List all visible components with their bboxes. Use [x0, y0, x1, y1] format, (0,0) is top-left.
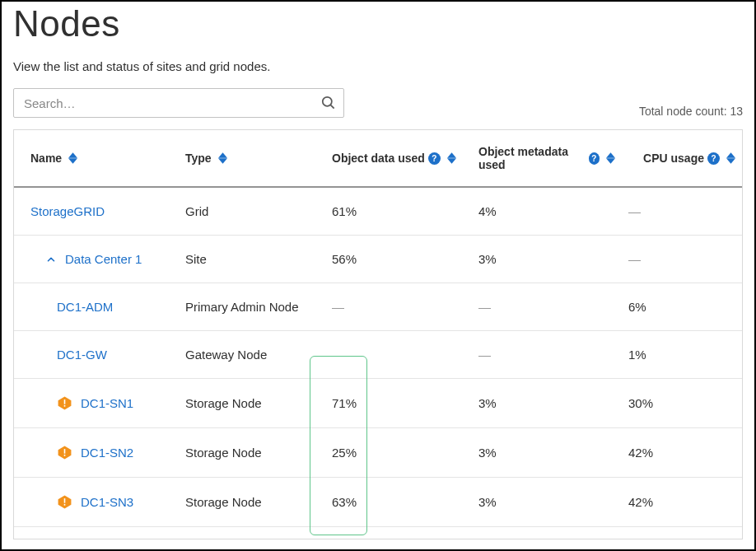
- sort-icon[interactable]: [218, 152, 227, 164]
- table-row: Data Center 1Site56%3%—: [14, 236, 742, 283]
- col-header-name-label: Name: [30, 152, 62, 165]
- cpu-usage-cell: 30%: [622, 379, 742, 428]
- sort-icon[interactable]: [606, 152, 615, 164]
- object-data-cell: —: [325, 331, 472, 379]
- col-header-object-data-label: Object data used: [332, 152, 425, 165]
- object-metadata-cell: 3%: [472, 379, 622, 428]
- sort-icon[interactable]: [447, 152, 456, 164]
- warning-icon: [57, 445, 72, 460]
- object-metadata-cell: 3%: [472, 236, 622, 283]
- page-subtitle: View the list and status of sites and gr…: [13, 59, 743, 73]
- table-row: DC1-ADMPrimary Admin Node——6%: [14, 283, 742, 331]
- warning-icon: [57, 494, 72, 510]
- cpu-usage-cell: 6%: [622, 283, 742, 331]
- total-node-count: Total node count: 13: [639, 105, 743, 118]
- cpu-usage-cell: 1%: [622, 331, 742, 379]
- node-type-cell: Primary Admin Node: [179, 283, 325, 331]
- node-type-cell: Gateway Node: [179, 331, 325, 379]
- object-metadata-cell: 3%: [472, 428, 622, 478]
- object-metadata-cell: 3%: [472, 478, 622, 527]
- node-name-link[interactable]: StorageGRID: [30, 204, 105, 218]
- sort-icon[interactable]: [726, 152, 735, 164]
- table-row: DC1-SN2Storage Node25%3%42%: [14, 428, 742, 478]
- object-metadata-cell: 4%: [472, 187, 622, 236]
- cpu-usage-cell: 42%: [622, 428, 742, 478]
- table-row: StorageGRIDGrid61%4%—: [14, 187, 742, 236]
- col-header-cpu-label: CPU usage: [643, 152, 704, 165]
- object-data-cell: 65%: [325, 527, 472, 539]
- search-field: [13, 88, 344, 118]
- svg-rect-6: [64, 449, 66, 454]
- object-metadata-cell: 3%: [472, 527, 622, 539]
- node-type-cell: Storage Node: [179, 428, 325, 478]
- svg-point-0: [323, 97, 332, 106]
- chevron-up-icon[interactable]: [45, 254, 57, 265]
- object-data-cell: 61%: [325, 187, 472, 236]
- object-data-cell: —: [325, 283, 472, 331]
- cpu-usage-cell: 42%: [622, 478, 742, 527]
- col-header-name[interactable]: Name: [14, 130, 179, 187]
- col-header-object-data[interactable]: Object data used ?: [325, 130, 472, 187]
- search-icon[interactable]: [320, 95, 336, 114]
- node-name-link[interactable]: DC1-GW: [57, 348, 107, 362]
- cpu-usage-cell: —: [622, 187, 742, 236]
- help-icon[interactable]: ?: [707, 152, 720, 165]
- node-type-cell: Site: [179, 236, 325, 283]
- table-row: DC1-SN1Storage Node71%3%30%: [14, 379, 742, 428]
- node-type-cell: Storage Node: [179, 478, 325, 527]
- node-type-cell: Storage Node: [179, 527, 325, 539]
- page-title: Nodes: [13, 2, 743, 44]
- search-input[interactable]: [13, 88, 344, 118]
- sort-icon[interactable]: [68, 152, 77, 164]
- object-metadata-cell: —: [472, 283, 622, 331]
- node-name-link[interactable]: DC1-ADM: [57, 300, 113, 314]
- col-header-object-metadata[interactable]: Object metadata used ?: [472, 130, 622, 187]
- svg-rect-4: [64, 405, 66, 407]
- svg-rect-7: [64, 455, 66, 456]
- help-icon[interactable]: ?: [589, 152, 600, 165]
- object-metadata-cell: —: [472, 331, 622, 379]
- col-header-type[interactable]: Type: [179, 130, 325, 187]
- nodes-table: Name Type: [14, 130, 742, 539]
- cpu-usage-cell: 41%: [622, 527, 742, 539]
- object-data-cell: 25%: [325, 428, 472, 478]
- node-type-cell: Storage Node: [179, 379, 325, 428]
- col-header-cpu[interactable]: CPU usage ?: [622, 130, 742, 187]
- svg-rect-10: [64, 504, 66, 506]
- node-name-link[interactable]: DC1-SN1: [81, 396, 133, 410]
- nodes-table-container: Name Type: [13, 129, 743, 539]
- nodes-table-scroll[interactable]: Name Type: [14, 130, 742, 539]
- table-row: DC1-GWGateway Node——1%: [14, 331, 742, 379]
- table-row: DC1-SN3Storage Node63%3%42%: [14, 478, 742, 527]
- table-row: DC1-SN4Storage Node65%3%41%: [14, 527, 742, 539]
- cpu-usage-cell: —: [622, 236, 742, 283]
- node-name-link[interactable]: DC1-SN2: [81, 446, 133, 460]
- help-icon[interactable]: ?: [428, 152, 441, 165]
- svg-line-1: [330, 105, 334, 108]
- svg-rect-3: [64, 399, 66, 404]
- object-data-cell: 56%: [325, 236, 472, 283]
- col-header-type-label: Type: [185, 152, 212, 165]
- warning-icon: [57, 395, 72, 411]
- object-data-cell: 63%: [325, 478, 472, 527]
- node-name-link[interactable]: DC1-SN3: [81, 495, 133, 509]
- col-header-object-metadata-label: Object metadata used: [478, 145, 586, 171]
- object-data-cell: 71%: [325, 379, 472, 428]
- svg-rect-9: [64, 498, 66, 503]
- node-name-link[interactable]: Data Center 1: [65, 252, 142, 266]
- node-type-cell: Grid: [179, 187, 325, 236]
